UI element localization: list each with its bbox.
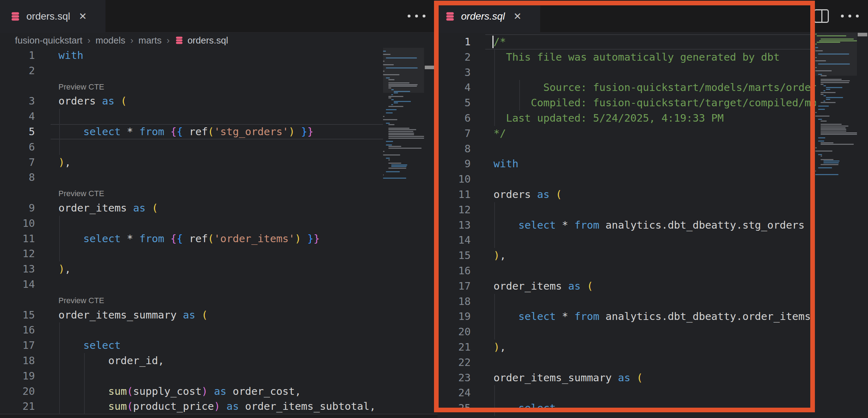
codelens-row[interactable]: Preview CTE — [0, 185, 383, 200]
code-text: orders as ( — [58, 93, 127, 109]
chevron-right-icon: › — [130, 35, 134, 46]
line-number: 14 — [0, 277, 35, 292]
code-text: order_id, — [58, 353, 164, 368]
code-text: Compiled: fusion-quickstart/target/compi… — [494, 95, 816, 111]
line-number: 3 — [435, 65, 471, 80]
line-number: 21 — [0, 399, 35, 414]
tab-label: orders.sql — [26, 11, 70, 22]
code-text: ), — [58, 261, 71, 277]
line-number: 3 — [0, 93, 35, 109]
code-text: order_items_summary as ( — [58, 307, 208, 323]
codelens-label: Preview CTE — [58, 78, 104, 94]
code-line: 16 — [0, 322, 383, 338]
code-line: 4 — [0, 109, 383, 124]
split-editor-icon[interactable] — [814, 9, 829, 23]
line-number: 9 — [0, 200, 35, 216]
code-line: 7*/ — [435, 126, 816, 141]
tabstrip-left: orders.sql ✕ — [0, 0, 435, 33]
line-number: 17 — [435, 279, 471, 294]
line-number: 21 — [435, 340, 471, 355]
code-line: 12 — [0, 246, 383, 261]
database-icon — [175, 36, 184, 45]
editor-group-right: orders.sql ✕ 1/*2 This file was automati… — [435, 0, 868, 418]
code-line: 15order_items_summary as ( — [0, 307, 383, 323]
breadcrumb-item-models[interactable]: models — [95, 35, 125, 46]
minimap[interactable] — [383, 48, 424, 418]
code-text: order_items as ( — [58, 200, 158, 216]
code-editor-left[interactable]: 1with2Preview CTE3orders as (45 select *… — [0, 48, 435, 418]
minimap[interactable] — [815, 33, 857, 418]
code-line: 6 Last updated: 5/24/2025, 4:19:33 PM — [435, 111, 816, 126]
line-number: 13 — [0, 261, 35, 277]
line-number: 20 — [435, 324, 471, 340]
line-number: 19 — [435, 309, 471, 324]
line-number — [0, 78, 35, 94]
line-number: 8 — [435, 141, 471, 157]
close-icon[interactable]: ✕ — [513, 12, 522, 21]
code-line: 5 Compiled: fusion-quickstart/target/com… — [435, 95, 816, 111]
code-text: order_items_summary as ( — [494, 370, 643, 386]
code-line: 14 — [435, 233, 816, 248]
code-text: Last updated: 5/24/2025, 4:19:33 PM — [494, 111, 724, 126]
line-number: 4 — [0, 109, 35, 124]
line-number: 6 — [435, 111, 471, 126]
line-number — [0, 292, 35, 307]
database-icon — [445, 11, 455, 22]
line-number: 18 — [435, 294, 471, 309]
code-line: 3orders as ( — [0, 93, 383, 109]
code-text: select * from {{ ref('stg_orders') }} — [58, 124, 314, 139]
code-text: select * from analytics.dbt_dbeatty.orde… — [494, 309, 811, 324]
code-editor-right[interactable]: 1/*2 This file was automatically generat… — [435, 33, 868, 418]
scrollbar[interactable] — [424, 48, 435, 418]
code-line: 20 — [435, 324, 816, 340]
codelens-label: Preview CTE — [58, 185, 104, 200]
code-line: 4 Source: fusion-quickstart/models/marts… — [435, 80, 816, 95]
close-icon[interactable]: ✕ — [79, 12, 87, 21]
line-number: 6 — [0, 139, 35, 155]
code-line: 11 select * from {{ ref('order_items') }… — [0, 231, 383, 246]
tab-orders-sql-right[interactable]: orders.sql ✕ — [435, 0, 540, 33]
line-number: 20 — [0, 384, 35, 399]
more-actions-icon[interactable] — [841, 15, 859, 17]
code-line: 18 — [435, 294, 816, 309]
code-text: with — [58, 48, 83, 63]
code-line: 3 — [435, 65, 816, 80]
code-line: 8 — [435, 141, 816, 157]
vscode-window: orders.sql ✕ fusion-quickstart › models … — [0, 0, 868, 418]
code-line: 13 select * from analytics.dbt_dbeatty.s… — [435, 218, 816, 233]
line-number: 1 — [0, 48, 35, 63]
editor-group-left: orders.sql ✕ fusion-quickstart › models … — [0, 0, 435, 418]
code-text: select * from analytics.dbt_dbeatty.stg_… — [494, 218, 805, 233]
line-number: 14 — [435, 233, 471, 248]
code-text: orders as ( — [494, 187, 562, 202]
line-number: 4 — [435, 80, 471, 95]
line-number: 24 — [435, 385, 471, 401]
code-line: 1with — [0, 48, 383, 63]
code-text: with — [494, 156, 518, 172]
codelens-row[interactable]: Preview CTE — [0, 78, 383, 94]
line-number: 12 — [0, 246, 35, 261]
code-text: sum(supply_cost) as order_cost, — [58, 384, 301, 399]
tab-orders-sql-left[interactable]: orders.sql ✕ — [0, 0, 105, 33]
line-number: 2 — [0, 63, 35, 78]
code-line: 15), — [435, 248, 816, 263]
line-number: 7 — [0, 155, 35, 170]
text-cursor — [492, 36, 494, 48]
code-text: select — [494, 401, 556, 416]
scrollbar[interactable] — [857, 33, 868, 418]
line-number: 23 — [435, 370, 471, 386]
code-line: 19 select * from analytics.dbt_dbeatty.o… — [435, 309, 816, 324]
code-text: ), — [494, 248, 506, 263]
line-number: 19 — [0, 368, 35, 384]
codelens-row[interactable]: Preview CTE — [0, 292, 383, 307]
more-actions-icon[interactable] — [408, 15, 425, 17]
code-line: 25 select — [435, 401, 816, 416]
breadcrumb-item-file[interactable]: orders.sql — [175, 35, 228, 46]
breadcrumb-item-marts[interactable]: marts — [138, 35, 161, 46]
code-text: order_items as ( — [494, 279, 593, 294]
tab-label: orders.sql — [461, 11, 505, 22]
breadcrumb-item-project[interactable]: fusion-quickstart — [15, 35, 82, 46]
code-text: ), — [58, 155, 71, 170]
line-number: 16 — [435, 263, 471, 279]
code-line: 18 order_id, — [0, 353, 383, 368]
